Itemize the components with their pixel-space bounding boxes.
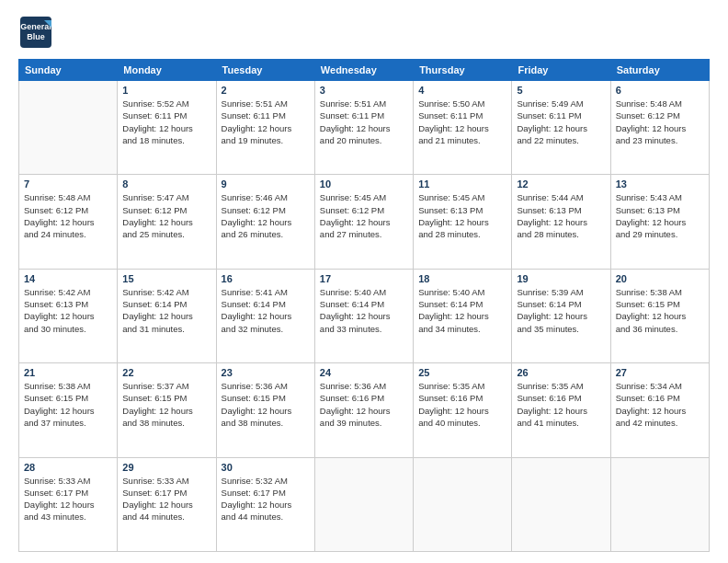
calendar-day-cell: 12Sunrise: 5:44 AM Sunset: 6:13 PM Dayli… [512,175,610,269]
calendar-day-cell: 17Sunrise: 5:40 AM Sunset: 6:14 PM Dayli… [314,269,413,362]
cell-info-text: Sunrise: 5:41 AM Sunset: 6:14 PM Dayligh… [222,286,310,335]
cell-day-number: 6 [616,85,704,96]
calendar-day-cell: 28Sunrise: 5:33 AM Sunset: 6:17 PM Dayli… [19,457,118,551]
cell-day-number: 4 [418,85,506,96]
cell-day-number: 26 [517,367,605,378]
calendar-day-cell: 2Sunrise: 5:51 AM Sunset: 6:11 PM Daylig… [216,81,314,175]
cell-info-text: Sunrise: 5:44 AM Sunset: 6:13 PM Dayligh… [517,191,605,240]
cell-day-number: 5 [517,85,605,96]
cell-day-number: 24 [320,367,408,378]
page: General Blue SundayMondayTuesdayWednesda… [0,0,728,563]
logo-area: General Blue [18,15,53,50]
weekday-header-thursday: Thursday [414,60,512,81]
cell-info-text: Sunrise: 5:51 AM Sunset: 6:11 PM Dayligh… [222,98,310,146]
cell-info-text: Sunrise: 5:35 AM Sunset: 6:16 PM Dayligh… [418,380,506,429]
cell-day-number: 28 [24,462,112,473]
cell-info-text: Sunrise: 5:46 AM Sunset: 6:12 PM Dayligh… [222,191,310,240]
calendar-table: SundayMondayTuesdayWednesdayThursdayFrid… [18,59,710,552]
cell-day-number: 9 [222,178,310,190]
weekday-header-sunday: Sunday [19,60,118,81]
cell-day-number: 18 [418,273,506,284]
cell-info-text: Sunrise: 5:33 AM Sunset: 6:17 PM Dayligh… [24,475,112,523]
cell-day-number: 7 [24,178,112,190]
calendar-day-cell: 7Sunrise: 5:48 AM Sunset: 6:12 PM Daylig… [19,175,118,269]
cell-day-number: 14 [24,273,112,284]
calendar-day-cell: 26Sunrise: 5:35 AM Sunset: 6:16 PM Dayli… [512,363,610,457]
calendar-empty-cell [610,457,709,551]
calendar-day-cell: 11Sunrise: 5:45 AM Sunset: 6:13 PM Dayli… [414,175,512,269]
cell-day-number: 2 [222,85,310,96]
cell-info-text: Sunrise: 5:42 AM Sunset: 6:13 PM Dayligh… [24,286,112,335]
cell-info-text: Sunrise: 5:50 AM Sunset: 6:11 PM Dayligh… [418,98,506,146]
calendar-day-cell: 1Sunrise: 5:52 AM Sunset: 6:11 PM Daylig… [118,81,216,175]
calendar-week-row: 21Sunrise: 5:38 AM Sunset: 6:15 PM Dayli… [19,363,710,457]
cell-info-text: Sunrise: 5:35 AM Sunset: 6:16 PM Dayligh… [517,380,605,429]
calendar-day-cell: 6Sunrise: 5:48 AM Sunset: 6:12 PM Daylig… [610,81,709,175]
cell-day-number: 21 [24,367,112,378]
calendar-day-cell: 30Sunrise: 5:32 AM Sunset: 6:17 PM Dayli… [216,457,314,551]
cell-info-text: Sunrise: 5:34 AM Sunset: 6:16 PM Dayligh… [616,380,704,429]
cell-info-text: Sunrise: 5:52 AM Sunset: 6:11 PM Dayligh… [122,98,210,146]
cell-day-number: 27 [616,367,704,378]
calendar-day-cell: 8Sunrise: 5:47 AM Sunset: 6:12 PM Daylig… [118,175,216,269]
cell-info-text: Sunrise: 5:40 AM Sunset: 6:14 PM Dayligh… [320,286,408,335]
calendar-day-cell: 16Sunrise: 5:41 AM Sunset: 6:14 PM Dayli… [216,269,314,362]
cell-info-text: Sunrise: 5:39 AM Sunset: 6:14 PM Dayligh… [517,286,605,335]
cell-info-text: Sunrise: 5:47 AM Sunset: 6:12 PM Dayligh… [122,191,210,240]
calendar-day-cell: 21Sunrise: 5:38 AM Sunset: 6:15 PM Dayli… [19,363,118,457]
calendar-week-row: 28Sunrise: 5:33 AM Sunset: 6:17 PM Dayli… [19,457,710,551]
cell-day-number: 12 [517,178,605,190]
calendar-day-cell: 5Sunrise: 5:49 AM Sunset: 6:11 PM Daylig… [512,81,610,175]
weekday-header-saturday: Saturday [610,60,709,81]
cell-day-number: 15 [122,273,210,284]
calendar-day-cell: 25Sunrise: 5:35 AM Sunset: 6:16 PM Dayli… [414,363,512,457]
calendar-day-cell: 3Sunrise: 5:51 AM Sunset: 6:11 PM Daylig… [314,81,413,175]
calendar-empty-cell [512,457,610,551]
svg-text:General: General [20,22,51,31]
cell-info-text: Sunrise: 5:33 AM Sunset: 6:17 PM Dayligh… [122,475,210,523]
cell-day-number: 10 [320,178,408,190]
calendar-header-row: SundayMondayTuesdayWednesdayThursdayFrid… [19,60,710,81]
cell-day-number: 11 [418,178,506,190]
cell-day-number: 22 [122,367,210,378]
logo-wrapper: General Blue [18,15,53,50]
calendar-week-row: 1Sunrise: 5:52 AM Sunset: 6:11 PM Daylig… [19,81,710,175]
cell-info-text: Sunrise: 5:48 AM Sunset: 6:12 PM Dayligh… [616,98,704,146]
header: General Blue [18,15,710,50]
calendar-day-cell: 18Sunrise: 5:40 AM Sunset: 6:14 PM Dayli… [414,269,512,362]
calendar-day-cell: 24Sunrise: 5:36 AM Sunset: 6:16 PM Dayli… [314,363,413,457]
calendar-empty-cell [314,457,413,551]
cell-day-number: 16 [222,273,310,284]
cell-info-text: Sunrise: 5:38 AM Sunset: 6:15 PM Dayligh… [616,286,704,335]
weekday-header-monday: Monday [118,60,216,81]
calendar-day-cell: 27Sunrise: 5:34 AM Sunset: 6:16 PM Dayli… [610,363,709,457]
calendar-day-cell: 14Sunrise: 5:42 AM Sunset: 6:13 PM Dayli… [19,269,118,362]
cell-day-number: 23 [222,367,310,378]
calendar-day-cell: 20Sunrise: 5:38 AM Sunset: 6:15 PM Dayli… [610,269,709,362]
cell-info-text: Sunrise: 5:45 AM Sunset: 6:13 PM Dayligh… [418,191,506,240]
cell-info-text: Sunrise: 5:42 AM Sunset: 6:14 PM Dayligh… [122,286,210,335]
cell-info-text: Sunrise: 5:32 AM Sunset: 6:17 PM Dayligh… [222,475,310,523]
calendar-empty-cell [19,81,118,175]
calendar-day-cell: 19Sunrise: 5:39 AM Sunset: 6:14 PM Dayli… [512,269,610,362]
calendar-week-row: 7Sunrise: 5:48 AM Sunset: 6:12 PM Daylig… [19,175,710,269]
svg-text:Blue: Blue [27,32,45,41]
cell-info-text: Sunrise: 5:36 AM Sunset: 6:16 PM Dayligh… [320,380,408,429]
calendar-day-cell: 23Sunrise: 5:36 AM Sunset: 6:15 PM Dayli… [216,363,314,457]
cell-info-text: Sunrise: 5:51 AM Sunset: 6:11 PM Dayligh… [320,98,408,146]
cell-info-text: Sunrise: 5:45 AM Sunset: 6:12 PM Dayligh… [320,191,408,240]
calendar-day-cell: 10Sunrise: 5:45 AM Sunset: 6:12 PM Dayli… [314,175,413,269]
cell-day-number: 13 [616,178,704,190]
weekday-header-tuesday: Tuesday [216,60,314,81]
logo-icon: General Blue [18,15,53,50]
cell-day-number: 1 [122,85,210,96]
cell-day-number: 30 [222,462,310,473]
cell-info-text: Sunrise: 5:36 AM Sunset: 6:15 PM Dayligh… [222,380,310,429]
cell-day-number: 3 [320,85,408,96]
cell-info-text: Sunrise: 5:38 AM Sunset: 6:15 PM Dayligh… [24,380,112,429]
cell-info-text: Sunrise: 5:40 AM Sunset: 6:14 PM Dayligh… [418,286,506,335]
cell-day-number: 8 [122,178,210,190]
calendar-day-cell: 13Sunrise: 5:43 AM Sunset: 6:13 PM Dayli… [610,175,709,269]
cell-info-text: Sunrise: 5:37 AM Sunset: 6:15 PM Dayligh… [122,380,210,429]
cell-day-number: 25 [418,367,506,378]
